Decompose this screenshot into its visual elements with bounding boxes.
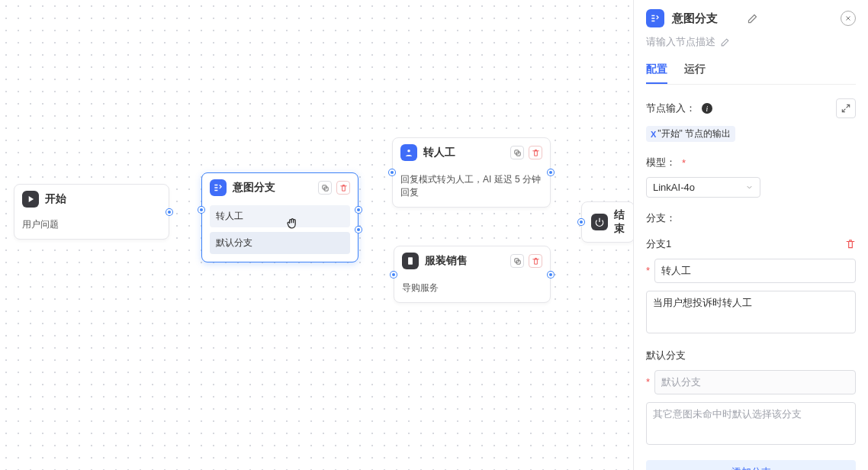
default-branch-title: 默认分支 bbox=[646, 349, 686, 362]
edit-icon[interactable] bbox=[720, 37, 730, 47]
expand-icon[interactable] bbox=[836, 98, 856, 118]
copy-icon[interactable] bbox=[510, 146, 524, 159]
node-sales[interactable]: 服装销售 导购服务 bbox=[394, 246, 551, 303]
edit-icon[interactable] bbox=[747, 13, 758, 24]
play-icon bbox=[22, 191, 39, 208]
branch-item[interactable]: 转人工 bbox=[210, 205, 350, 227]
canvas[interactable]: 开始 用户问题 意图分支 转人工 默认分支 bbox=[0, 0, 633, 470]
port-in[interactable] bbox=[389, 169, 395, 175]
node-title: 开始 bbox=[45, 192, 161, 206]
port-in[interactable] bbox=[198, 207, 204, 213]
power-icon bbox=[591, 214, 608, 230]
node-title: 服装销售 bbox=[425, 254, 504, 268]
branch-icon bbox=[210, 179, 227, 196]
panel-title: 意图分支 bbox=[672, 11, 739, 26]
node-input-label: 节点输入： bbox=[646, 101, 696, 115]
node-subtitle: 用户问题 bbox=[14, 214, 169, 239]
close-icon[interactable] bbox=[841, 11, 856, 26]
model-select[interactable]: LinkAI-4o bbox=[646, 177, 760, 198]
branch-icon bbox=[646, 9, 664, 27]
node-title: 转人工 bbox=[423, 146, 504, 159]
model-value: LinkAI-4o bbox=[653, 182, 695, 193]
info-icon[interactable]: i bbox=[702, 103, 712, 114]
port-out[interactable] bbox=[166, 209, 172, 215]
copy-icon[interactable] bbox=[510, 254, 524, 268]
branch1-title: 分支1 bbox=[646, 237, 671, 251]
branch-label: 分支： bbox=[646, 211, 676, 225]
tab-config[interactable]: 配置 bbox=[646, 56, 667, 84]
tabs: 配置 运行 bbox=[646, 56, 856, 85]
delete-icon[interactable] bbox=[336, 181, 350, 195]
port-out[interactable] bbox=[548, 272, 554, 278]
node-transfer[interactable]: 转人工 回复模式转为人工，AI 延迟 5 分钟回复 bbox=[392, 137, 551, 208]
model-label: 模型： bbox=[646, 156, 676, 169]
side-panel: 意图分支 请输入节点描述 配置 运行 节点输入： i bbox=[633, 0, 868, 470]
port-in[interactable] bbox=[578, 219, 584, 225]
port-out[interactable] bbox=[548, 169, 554, 175]
svg-rect-5 bbox=[408, 257, 413, 264]
svg-point-2 bbox=[407, 150, 410, 153]
port-in[interactable] bbox=[391, 272, 397, 278]
node-title: 意图分支 bbox=[233, 181, 312, 195]
node-start[interactable]: 开始 用户问题 bbox=[14, 184, 169, 240]
delete-branch-icon[interactable] bbox=[845, 239, 856, 249]
branch1-name-input[interactable]: 转人工 bbox=[654, 259, 856, 283]
node-desc: 导购服务 bbox=[394, 275, 550, 302]
default-desc-input[interactable]: 其它意图未命中时默认选择该分支 bbox=[646, 402, 856, 445]
default-name-input[interactable]: 默认分支 bbox=[654, 370, 856, 394]
edge-layer bbox=[0, 0, 229, 114]
app-icon bbox=[402, 253, 419, 269]
node-desc: 回复模式转为人工，AI 延迟 5 分钟回复 bbox=[393, 167, 550, 207]
port-out-2[interactable] bbox=[355, 227, 362, 233]
branch1-desc-input[interactable]: 当用户想投诉时转人工 bbox=[646, 291, 856, 333]
chevron-down-icon bbox=[745, 183, 754, 192]
input-pill[interactable]: X"开始" 节点的输出 bbox=[646, 126, 735, 142]
agent-icon bbox=[400, 144, 417, 161]
delete-icon[interactable] bbox=[529, 254, 542, 268]
desc-placeholder[interactable]: 请输入节点描述 bbox=[646, 35, 715, 49]
copy-icon[interactable] bbox=[318, 181, 332, 195]
node-end[interactable]: 结束 bbox=[581, 201, 633, 243]
port-out-1[interactable] bbox=[355, 207, 362, 213]
node-intent-branch[interactable]: 意图分支 转人工 默认分支 bbox=[201, 172, 358, 262]
delete-icon[interactable] bbox=[529, 146, 542, 159]
node-title: 结束 bbox=[614, 208, 625, 236]
add-branch-button[interactable]: 添加分支 bbox=[646, 460, 856, 470]
branch-item[interactable]: 默认分支 bbox=[210, 232, 350, 254]
tab-run[interactable]: 运行 bbox=[684, 56, 706, 84]
